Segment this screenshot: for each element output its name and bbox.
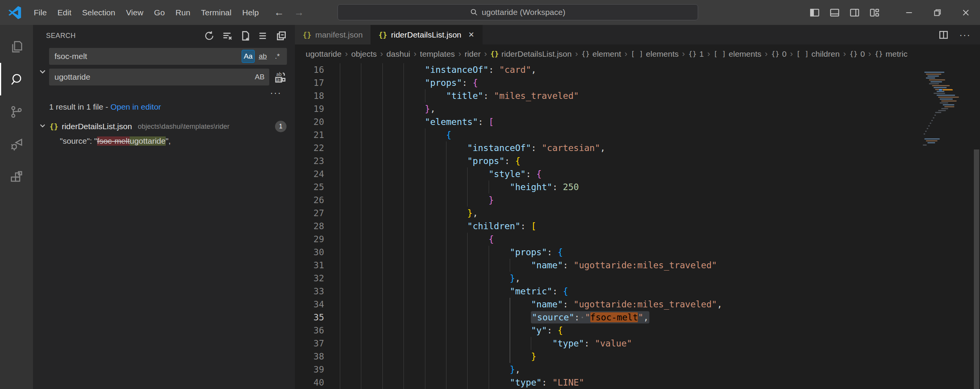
minimap[interactable]: [917, 63, 973, 389]
scrollbar-thumb[interactable]: [974, 149, 979, 389]
vertical-scrollbar[interactable]: [973, 63, 980, 389]
breadcrumb-item-ugottaride[interactable]: ugottaride: [306, 49, 341, 59]
code-line-35[interactable]: 35"source":·"fsoc-melt",: [295, 311, 980, 324]
indent-guide: [404, 181, 404, 194]
code-line-16[interactable]: 16"instanceOf": "card",: [295, 63, 980, 76]
result-file-row[interactable]: {} riderDetailsList.json objects\dashui\…: [33, 119, 295, 134]
view-as-tree-icon[interactable]: [258, 31, 268, 41]
breadcrumb-item-elements[interactable]: [ ]elements: [631, 49, 679, 59]
code-line-34[interactable]: 34"name": "ugottaride:miles_traveled",: [295, 298, 980, 311]
line-number: 24: [295, 167, 324, 181]
code-line-40[interactable]: 40"type": "LINE": [295, 376, 980, 389]
code-line-19[interactable]: 19},: [295, 102, 980, 115]
tab-rider-details-list-json[interactable]: {} riderDetailsList.json ✕: [371, 25, 483, 44]
sidebar-item-search[interactable]: [0, 63, 33, 95]
menu-help[interactable]: Help: [237, 0, 264, 25]
breadcrumb-item-templates[interactable]: templates: [420, 49, 455, 59]
tab-manifest-json[interactable]: {} manifest.json: [295, 25, 371, 44]
breadcrumb-item-element[interactable]: {}element: [581, 49, 621, 59]
breadcrumb-item-riderdetailslist-json[interactable]: {}riderDetailsList.json: [491, 49, 572, 59]
code-line-32[interactable]: 32},: [295, 272, 980, 285]
code-line-26[interactable]: 26}: [295, 194, 980, 207]
line-number: 27: [295, 207, 324, 220]
toggle-sidebar-icon[interactable]: [810, 8, 820, 18]
menu-terminal[interactable]: Terminal: [196, 0, 237, 25]
breadcrumb-item-objects[interactable]: objects: [351, 49, 377, 59]
code-line-24[interactable]: 24"style": {: [295, 167, 980, 181]
new-search-editor-icon[interactable]: [240, 31, 250, 41]
preserve-case-toggle[interactable]: AB: [253, 71, 266, 84]
indent-guide: [467, 246, 468, 259]
toggle-secondary-sidebar-icon[interactable]: [850, 8, 860, 18]
breadcrumb-item-dashui[interactable]: dashui: [387, 49, 410, 59]
split-editor-icon[interactable]: [939, 30, 949, 40]
toggle-search-details-button[interactable]: ···: [270, 90, 282, 95]
open-in-editor-link[interactable]: Open in editor: [110, 102, 161, 111]
breadcrumb-label: children: [812, 49, 840, 59]
customize-layout-icon[interactable]: [870, 8, 880, 18]
breadcrumb-item-children[interactable]: [ ]children: [796, 49, 840, 59]
code-line-37[interactable]: 37"type": "value": [295, 337, 980, 350]
line-number: 18: [295, 89, 324, 102]
restore-button[interactable]: [923, 0, 952, 25]
menu-view[interactable]: View: [120, 0, 148, 25]
code-line-18[interactable]: 18"title": "miles_traveled": [295, 89, 980, 102]
close-window-button[interactable]: [952, 0, 980, 25]
regex-toggle[interactable]: .*: [271, 50, 284, 63]
code-line-25[interactable]: 25"height": 250: [295, 181, 980, 194]
clear-results-icon[interactable]: [222, 31, 232, 41]
code-line-38[interactable]: 38}: [295, 350, 980, 363]
match-case-toggle[interactable]: Aa: [242, 50, 255, 63]
code-line-28[interactable]: 28"children": [: [295, 220, 980, 233]
object-symbol-icon: {}: [581, 50, 590, 58]
code-line-30[interactable]: 30"props": {: [295, 246, 980, 259]
code-line-20[interactable]: 20"elements": [: [295, 115, 980, 128]
sidebar-item-extensions[interactable]: [0, 161, 33, 193]
indent-guide: [340, 285, 340, 298]
code-editor[interactable]: 16"instanceOf": "card",17"props": {18"ti…: [295, 63, 980, 389]
menu-edit[interactable]: Edit: [52, 0, 77, 25]
code-line-33[interactable]: 33"metric": {: [295, 285, 980, 298]
sidebar-item-source-control[interactable]: [0, 95, 33, 128]
toggle-panel-icon[interactable]: [830, 8, 840, 18]
command-center[interactable]: ugottaride (Workspace): [338, 4, 698, 20]
replace-all-button[interactable]: ab ac: [273, 70, 287, 84]
search-input[interactable]: fsoc-melt Aa ab .*: [49, 48, 287, 65]
code-token: ,: [643, 312, 649, 322]
replace-input[interactable]: ugottaride AB: [49, 69, 269, 85]
menu-go[interactable]: Go: [149, 0, 170, 25]
vscode-logo-icon: [8, 6, 21, 19]
breadcrumb-item-elements[interactable]: [ ]elements: [713, 49, 761, 59]
menu-selection[interactable]: Selection: [77, 0, 120, 25]
sidebar-item-explorer[interactable]: [0, 30, 33, 63]
close-tab-icon[interactable]: ✕: [468, 30, 474, 39]
code-line-36[interactable]: 36"y": {: [295, 324, 980, 337]
code-line-31[interactable]: 31"name": "ugottaride:miles_traveled": [295, 259, 980, 272]
refresh-icon[interactable]: [204, 31, 214, 41]
breadcrumb-item-0[interactable]: {}0: [771, 49, 786, 59]
code-line-21[interactable]: 21{: [295, 128, 980, 141]
toggle-replace-button[interactable]: [36, 48, 49, 95]
forward-button[interactable]: →: [294, 7, 304, 18]
minimize-button[interactable]: [895, 0, 923, 25]
code-line-22[interactable]: 22"instanceOf": "cartesian",: [295, 141, 980, 154]
sidebar-item-run-debug[interactable]: [0, 128, 33, 161]
code-line-17[interactable]: 17"props": {: [295, 76, 980, 89]
editor-more-actions-button[interactable]: ···: [959, 32, 971, 38]
code-line-27[interactable]: 27},: [295, 207, 980, 220]
breadcrumb-item-0[interactable]: {}0: [849, 49, 865, 59]
result-match-row[interactable]: "source": "fsoc-meltugottaride",: [33, 134, 295, 148]
breadcrumb-item-metric[interactable]: {}metric: [875, 49, 908, 59]
menu-file[interactable]: File: [28, 0, 52, 25]
indent-guide: [489, 181, 489, 194]
code-line-23[interactable]: 23"props": {: [295, 154, 980, 167]
breadcrumb-item-rider[interactable]: rider: [464, 49, 481, 59]
collapse-all-icon[interactable]: [276, 31, 287, 41]
breadcrumb-item-1[interactable]: {}1: [688, 49, 704, 59]
whole-word-toggle[interactable]: ab: [256, 50, 269, 63]
indent-guide: [446, 363, 446, 376]
code-line-39[interactable]: 39},: [295, 363, 980, 376]
code-line-29[interactable]: 29{: [295, 233, 980, 246]
back-button[interactable]: ←: [274, 7, 284, 18]
menu-run[interactable]: Run: [170, 0, 196, 25]
